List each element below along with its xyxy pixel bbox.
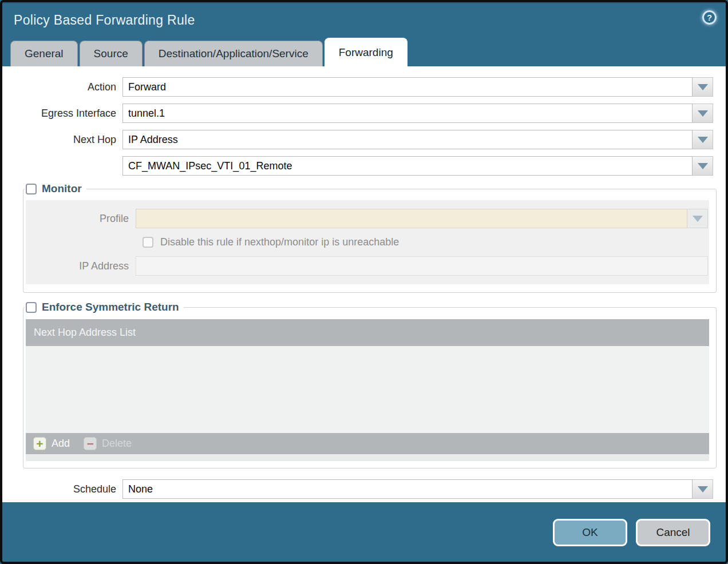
chevron-down-icon <box>698 137 708 143</box>
monitor-ip-address-label: IP Address <box>26 260 136 272</box>
tab-destination-application-service[interactable]: Destination/Application/Service <box>144 41 323 66</box>
monitor-ip-address-row: IP Address <box>26 256 708 276</box>
next-hop-dropdown-button[interactable] <box>693 130 713 149</box>
next-hop-address-select[interactable]: CF_MWAN_IPsec_VTI_01_Remote <box>122 156 693 176</box>
profile-label: Profile <box>26 213 136 225</box>
tab-bar: General Source Destination/Application/S… <box>2 37 726 66</box>
table-bottom-strip <box>26 454 709 461</box>
next-hop-row: Next Hop IP Address <box>2 130 713 149</box>
monitor-checkbox[interactable] <box>26 184 37 194</box>
profile-select <box>136 209 687 228</box>
footer-buttons: OK Cancel <box>553 519 710 546</box>
schedule-label: Schedule <box>2 483 122 495</box>
help-icon[interactable]: ? <box>702 10 717 25</box>
next-hop-address-row: CF_MWAN_IPsec_VTI_01_Remote <box>2 156 713 176</box>
monitor-legend: Monitor <box>25 182 86 195</box>
add-button[interactable]: + Add <box>33 437 70 450</box>
next-hop-type-select[interactable]: IP Address <box>122 130 693 149</box>
disable-rule-row: Disable this rule if nexthop/monitor ip … <box>143 236 709 248</box>
monitor-section: Monitor Profile Disable this rule if nex… <box>23 182 717 293</box>
tab-source-label: Source <box>94 47 128 60</box>
table-body-empty[interactable] <box>26 346 709 433</box>
next-hop-address-dropdown-button[interactable] <box>693 156 713 176</box>
disable-rule-label: Disable this rule if nexthop/monitor ip … <box>160 236 399 248</box>
tab-general[interactable]: General <box>10 41 78 66</box>
symmetric-return-legend-label: Enforce Symmetric Return <box>42 301 179 313</box>
symmetric-return-checkbox[interactable] <box>26 302 37 313</box>
egress-interface-select[interactable]: tunnel.1 <box>122 104 693 123</box>
delete-button-label: Delete <box>102 438 132 450</box>
dialog-title: Policy Based Forwarding Rule <box>14 13 195 28</box>
action-select[interactable]: Forward <box>122 77 693 97</box>
symmetric-return-legend: Enforce Symmetric Return <box>25 301 184 313</box>
forwarding-tab-panel: Action Forward Egress Interface tunnel.1… <box>2 66 726 502</box>
chevron-down-icon <box>698 110 708 117</box>
schedule-select[interactable]: None <box>122 479 693 499</box>
next-hop-address-list-table: Next Hop Address List + Add − Delete <box>26 319 709 461</box>
egress-interface-dropdown-button[interactable] <box>693 104 713 123</box>
profile-dropdown-button <box>687 209 708 228</box>
delete-button: − Delete <box>84 437 132 450</box>
tab-forwarding[interactable]: Forwarding <box>325 38 407 66</box>
action-label: Action <box>2 81 122 93</box>
tab-forwarding-label: Forwarding <box>339 46 393 59</box>
action-dropdown-button[interactable] <box>693 77 713 97</box>
schedule-dropdown-button[interactable] <box>693 479 713 499</box>
tab-source[interactable]: Source <box>80 41 143 66</box>
next-hop-label: Next Hop <box>2 134 122 146</box>
help-glyph: ? <box>707 13 712 22</box>
tab-destination-label: Destination/Application/Service <box>159 47 308 60</box>
disable-rule-checkbox <box>143 237 153 248</box>
table-toolbar: + Add − Delete <box>26 433 709 454</box>
schedule-row: Schedule None <box>2 479 713 499</box>
table-header-next-hop-address-list: Next Hop Address List <box>26 319 709 346</box>
chevron-down-icon <box>698 163 708 169</box>
minus-icon: − <box>84 437 97 450</box>
egress-interface-row: Egress Interface tunnel.1 <box>2 104 713 123</box>
monitor-ip-address-input <box>136 256 708 276</box>
dialog-footer: OK Cancel <box>2 502 726 562</box>
chevron-down-icon <box>698 84 708 90</box>
cancel-button[interactable]: Cancel <box>636 519 710 546</box>
action-row: Action Forward <box>2 77 713 97</box>
add-button-label: Add <box>52 438 70 450</box>
dialog-titlebar: Policy Based Forwarding Rule ? <box>2 2 726 37</box>
chevron-down-icon <box>693 216 703 222</box>
tab-general-label: General <box>25 47 64 60</box>
monitor-panel: Profile Disable this rule if nexthop/mon… <box>26 200 709 284</box>
egress-interface-label: Egress Interface <box>2 108 122 120</box>
profile-row: Profile <box>26 209 708 228</box>
monitor-legend-label: Monitor <box>42 182 82 195</box>
ok-button[interactable]: OK <box>553 519 627 546</box>
plus-icon: + <box>33 437 46 450</box>
symmetric-return-section: Enforce Symmetric Return Next Hop Addres… <box>23 301 717 468</box>
chevron-down-icon <box>698 486 708 492</box>
